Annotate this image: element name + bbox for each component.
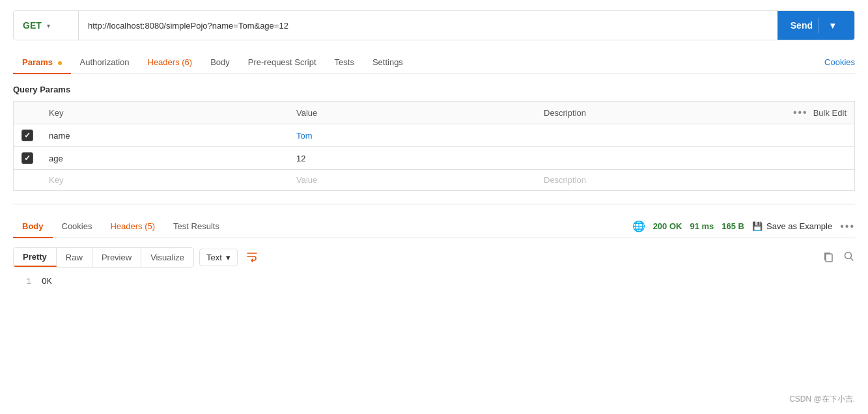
text-chevron-icon: ▾: [226, 253, 231, 262]
table-row: Key Value Description: [14, 170, 855, 191]
response-tab-headers[interactable]: Headers (5): [101, 215, 164, 238]
section-divider: [13, 204, 855, 204]
params-table: Key Value Description ••• Bulk Edit: [13, 101, 855, 191]
response-tab-testresults[interactable]: Test Results: [164, 215, 229, 238]
response-tab-body[interactable]: Body: [13, 215, 53, 238]
cookies-link[interactable]: Cookies: [824, 57, 855, 67]
send-dropdown-icon[interactable]: ▾: [824, 20, 841, 31]
save-icon: 💾: [752, 221, 763, 231]
row1-desc[interactable]: [536, 124, 855, 147]
empty-checkbox-cell[interactable]: [14, 170, 42, 191]
format-preview-button[interactable]: Preview: [92, 248, 141, 267]
format-right-icons: [822, 251, 855, 265]
row2-value[interactable]: 12: [288, 147, 536, 170]
tab-prerequest[interactable]: Pre-request Script: [239, 51, 326, 74]
row2-checkbox[interactable]: [21, 152, 33, 164]
row1-checkbox[interactable]: [21, 130, 33, 141]
globe-icon: 🌐: [632, 220, 645, 232]
response-more-icon[interactable]: •••: [840, 221, 855, 232]
table-row: age 12: [14, 147, 855, 170]
status-time: 91 ms: [690, 221, 714, 231]
search-icon[interactable]: [843, 251, 855, 265]
tab-tests[interactable]: Tests: [326, 51, 363, 74]
wrap-icon[interactable]: [245, 250, 259, 266]
code-line: 1 OK: [18, 275, 850, 289]
query-params-section: Query Params Key Value Description ••• B…: [13, 85, 855, 191]
send-label: Send: [791, 20, 813, 31]
row1-value[interactable]: Tom: [288, 124, 536, 147]
empty-key[interactable]: Key: [41, 170, 288, 191]
row1-key[interactable]: name: [41, 124, 288, 147]
desc-header: Description ••• Bulk Edit: [536, 102, 855, 124]
empty-value[interactable]: Value: [288, 170, 536, 191]
copy-icon[interactable]: [822, 251, 834, 265]
url-input[interactable]: [79, 11, 777, 40]
format-raw-button[interactable]: Raw: [57, 248, 92, 267]
svg-rect-0: [826, 254, 832, 262]
response-tab-cookies[interactable]: Cookies: [53, 215, 102, 238]
row2-key[interactable]: age: [41, 147, 288, 170]
status-ok: 200 OK: [653, 221, 682, 231]
format-bar: Pretty Raw Preview Visualize Text ▾: [13, 247, 855, 268]
tab-body[interactable]: Body: [201, 51, 239, 74]
format-button-group: Pretty Raw Preview Visualize: [13, 247, 194, 268]
response-tabs-bar: Body Cookies Headers (5) Test Results 🌐 …: [13, 215, 855, 238]
tab-headers[interactable]: Headers (6): [139, 51, 202, 74]
tab-params[interactable]: Params: [13, 51, 71, 74]
method-label: GET: [23, 20, 42, 31]
query-params-title: Query Params: [13, 85, 855, 94]
bulk-edit-button[interactable]: Bulk Edit: [813, 108, 847, 118]
row1-checkbox-cell[interactable]: [14, 124, 42, 147]
response-status-area: 🌐 200 OK 91 ms 165 B 💾 Save as Example •…: [632, 220, 855, 232]
method-selector[interactable]: GET ▾: [14, 11, 79, 40]
app-container: GET ▾ Send ▾ Params Authorization Header…: [0, 0, 868, 414]
send-button[interactable]: Send ▾: [777, 11, 854, 40]
key-header: Key: [41, 102, 288, 124]
tab-authorization[interactable]: Authorization: [71, 51, 139, 74]
format-visualize-button[interactable]: Visualize: [141, 248, 193, 267]
line-number: 1: [18, 275, 31, 289]
checkbox-header: [14, 102, 42, 124]
line-content: OK: [42, 275, 52, 289]
params-dot: [58, 61, 62, 65]
table-row: name Tom: [14, 124, 855, 147]
value-header: Value: [288, 102, 536, 124]
watermark: CSDN @在下小吉.: [789, 394, 855, 405]
url-bar: GET ▾ Send ▾: [13, 10, 855, 40]
tab-settings[interactable]: Settings: [363, 51, 412, 74]
empty-desc[interactable]: Description: [536, 170, 855, 191]
text-selector[interactable]: Text ▾: [199, 249, 238, 266]
params-table-header-row: Key Value Description ••• Bulk Edit: [14, 102, 855, 124]
format-pretty-button[interactable]: Pretty: [14, 248, 57, 267]
save-example-button[interactable]: 💾 Save as Example: [752, 221, 832, 231]
method-chevron-icon: ▾: [47, 22, 50, 29]
row2-desc[interactable]: [536, 147, 855, 170]
request-tabs-bar: Params Authorization Headers (6) Body Pr…: [13, 51, 855, 74]
code-output-area: 1 OK: [13, 275, 855, 289]
bulk-edit-more-icon[interactable]: •••: [793, 107, 808, 118]
send-divider: [818, 18, 819, 33]
status-size: 165 B: [721, 221, 744, 231]
row2-checkbox-cell[interactable]: [14, 147, 42, 170]
